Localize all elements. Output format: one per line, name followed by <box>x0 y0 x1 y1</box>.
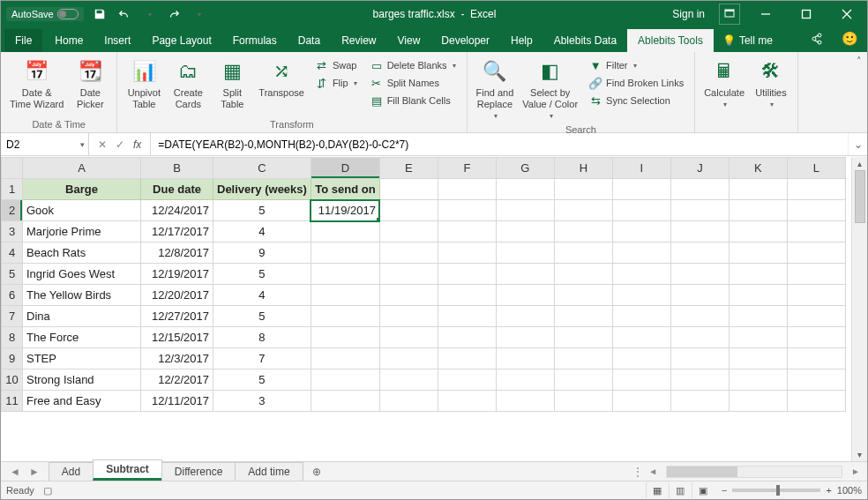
cell[interactable] <box>438 200 496 221</box>
row-header[interactable]: 11 <box>2 391 23 412</box>
cell[interactable] <box>787 391 845 412</box>
cell[interactable]: 8 <box>213 327 311 348</box>
cell[interactable] <box>554 243 612 264</box>
cell[interactable]: 12/17/2017 <box>141 221 213 243</box>
column-header[interactable]: A <box>23 158 141 179</box>
cell[interactable] <box>496 243 554 264</box>
cell[interactable] <box>787 285 845 306</box>
cell[interactable] <box>379 221 438 243</box>
cell[interactable] <box>612 243 670 264</box>
cell[interactable] <box>311 264 379 285</box>
cell[interactable]: Dina <box>23 306 141 327</box>
cell[interactable] <box>379 243 438 264</box>
chevron-down-icon[interactable]: ▾ <box>80 140 85 149</box>
cell[interactable] <box>438 179 496 200</box>
name-box[interactable]: D2▾ <box>1 133 89 155</box>
cell[interactable] <box>438 285 496 306</box>
tab-review[interactable]: Review <box>331 29 386 52</box>
cell[interactable]: 12/2/2017 <box>141 369 213 391</box>
cell[interactable] <box>496 264 554 285</box>
cell[interactable]: 5 <box>213 200 311 221</box>
cell[interactable] <box>787 200 845 221</box>
cell[interactable] <box>612 391 670 412</box>
tab-scroll-split-icon[interactable]: ⋮ <box>632 466 643 478</box>
tab-developer[interactable]: Developer <box>430 29 500 52</box>
share-button[interactable] <box>801 27 833 52</box>
cell[interactable] <box>612 327 670 348</box>
redo-icon[interactable] <box>167 7 181 21</box>
cell[interactable] <box>670 285 729 306</box>
cell[interactable]: 4 <box>213 285 311 306</box>
cell[interactable] <box>496 391 554 412</box>
cell[interactable] <box>787 221 845 243</box>
sheet-nav-prev-icon[interactable]: ◄ <box>10 466 20 478</box>
header-cell[interactable]: Due date <box>141 179 213 200</box>
cell[interactable] <box>670 369 729 391</box>
row-header[interactable]: 10 <box>2 369 23 391</box>
tab-data[interactable]: Data <box>288 29 331 52</box>
cell[interactable] <box>612 179 670 200</box>
cell[interactable]: STEP <box>23 348 141 369</box>
cell[interactable] <box>438 221 496 243</box>
utilities-button[interactable]: 🛠 Utilities <box>752 56 790 111</box>
zoom-level[interactable]: 100% <box>837 485 862 496</box>
feedback-smile-icon[interactable]: 🙂 <box>833 26 867 52</box>
cell[interactable]: Strong Island <box>23 369 141 391</box>
sign-in-link[interactable]: Sign in <box>663 8 714 20</box>
tab-help[interactable]: Help <box>500 29 543 52</box>
cell[interactable] <box>612 369 670 391</box>
cell[interactable] <box>554 306 612 327</box>
row-header[interactable]: 2 <box>2 200 23 221</box>
cell[interactable]: 12/19/2017 <box>141 264 213 285</box>
view-page-break-icon[interactable]: ▣ <box>692 482 715 498</box>
swap-button[interactable]: ⇄Swap <box>311 57 361 73</box>
date-picker-button[interactable]: 📆 Date Picker <box>71 56 109 112</box>
cell[interactable] <box>379 306 438 327</box>
cell[interactable]: The Yellow Birds <box>23 285 141 306</box>
column-header[interactable]: C <box>213 158 311 179</box>
cell[interactable] <box>612 264 670 285</box>
column-header[interactable]: F <box>438 158 496 179</box>
zoom-in-icon[interactable]: + <box>826 485 831 496</box>
cell[interactable] <box>311 221 379 243</box>
cell[interactable] <box>311 243 379 264</box>
insert-function-icon[interactable]: fx <box>133 138 141 151</box>
calculate-button[interactable]: 🖩 Calculate <box>702 56 746 111</box>
tab-formulas[interactable]: Formulas <box>222 29 288 52</box>
column-header[interactable]: I <box>612 158 670 179</box>
sheet-tab-add[interactable]: Add <box>49 462 94 481</box>
cell[interactable] <box>438 264 496 285</box>
cell[interactable]: 3 <box>213 391 311 412</box>
formula-input[interactable]: =DATE(YEAR(B2)-0,MONTH(B2)-0,DAY(B2)-0-C… <box>151 133 848 155</box>
vertical-scrollbar[interactable]: ▴ ▾ <box>851 157 867 461</box>
cell[interactable] <box>496 221 554 243</box>
cell[interactable] <box>729 200 787 221</box>
cell[interactable] <box>787 348 845 369</box>
cell[interactable]: 5 <box>213 369 311 391</box>
cell[interactable] <box>496 306 554 327</box>
flip-button[interactable]: ⇵Flip <box>311 75 361 91</box>
tab-home[interactable]: Home <box>44 29 94 52</box>
macro-record-icon[interactable]: ▢ <box>43 485 52 496</box>
worksheet-grid[interactable]: ABCDEFGHIJKL 1 Barge Due date Delivery (… <box>1 157 851 461</box>
cell[interactable] <box>438 391 496 412</box>
cell[interactable] <box>379 391 438 412</box>
cell[interactable]: Beach Rats <box>23 243 141 264</box>
cell[interactable] <box>729 327 787 348</box>
expand-formula-bar-icon[interactable]: ⌄ <box>848 133 867 155</box>
tab-view[interactable]: View <box>387 29 431 52</box>
cell[interactable] <box>311 285 379 306</box>
cell[interactable]: Marjorie Prime <box>23 221 141 243</box>
scroll-left-icon[interactable]: ◄ <box>645 466 661 476</box>
view-normal-icon[interactable]: ▦ <box>646 482 669 498</box>
cell[interactable] <box>729 221 787 243</box>
row-header[interactable]: 4 <box>2 243 23 264</box>
cell[interactable] <box>612 348 670 369</box>
sheet-tab-addtime[interactable]: Add time <box>235 462 303 481</box>
cell[interactable] <box>311 327 379 348</box>
cell[interactable] <box>729 391 787 412</box>
cancel-formula-icon[interactable]: ✕ <box>98 138 107 151</box>
cell[interactable] <box>787 264 845 285</box>
view-page-layout-icon[interactable]: ▥ <box>669 482 692 498</box>
cell[interactable] <box>311 306 379 327</box>
